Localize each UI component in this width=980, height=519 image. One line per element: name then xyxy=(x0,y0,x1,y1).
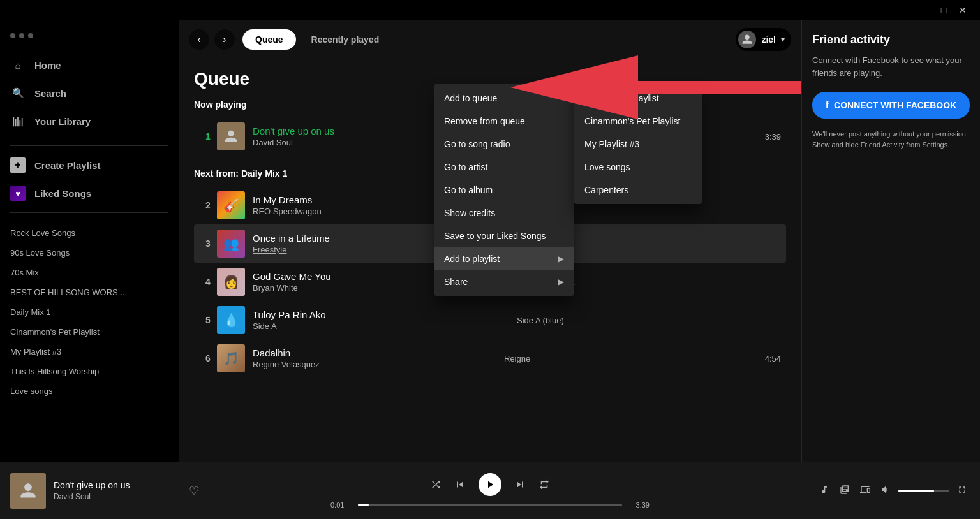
progress-bar[interactable]: 0:01 3:39 xyxy=(330,501,650,509)
nav-arrows: ‹ › xyxy=(189,29,235,50)
track-artist: Side A xyxy=(253,321,507,331)
track-row[interactable]: 6 🎵 Dadalhin Regine Velasquez Reigne 4:5… xyxy=(194,339,786,377)
volume-slider[interactable] xyxy=(898,490,949,492)
track-duration: 4:54 xyxy=(755,354,781,363)
friend-activity-title: Friend activity xyxy=(812,33,970,47)
previous-button[interactable] xyxy=(454,479,466,490)
sidebar-item-home[interactable]: ⌂ Home xyxy=(0,51,179,79)
queue-button[interactable] xyxy=(837,482,852,500)
next-button[interactable] xyxy=(514,479,526,490)
context-share[interactable]: Share ▶ xyxy=(434,270,574,293)
track-name: Tuloy Pa Rin Ako xyxy=(253,309,507,320)
track-thumb xyxy=(217,122,245,150)
sidebar-item-library-label: Your Library xyxy=(34,116,91,127)
connect-facebook-label: CONNECT WITH FACEBOOK xyxy=(834,100,956,110)
minimize-button[interactable]: — xyxy=(915,3,934,17)
home-icon: ⌂ xyxy=(10,57,26,73)
topbar-right: ziel ▾ xyxy=(736,28,791,51)
artist-link[interactable]: Freestyle xyxy=(253,245,286,254)
progress-fill xyxy=(358,504,369,506)
create-playlist-label: Create Playlist xyxy=(34,160,100,171)
titlebar: — □ ✕ xyxy=(0,0,980,20)
sub-carpenters[interactable]: Carpenters xyxy=(574,179,702,201)
sidebar-library-item[interactable]: Rock Love Songs xyxy=(0,223,179,243)
search-icon: 🔍 xyxy=(10,85,26,101)
volume-button[interactable] xyxy=(878,482,893,500)
sidebar-library-item[interactable]: Cinammon's Pet Playlist xyxy=(0,322,179,342)
current-time: 0:01 xyxy=(330,501,353,509)
sub-love-songs[interactable]: Love songs xyxy=(574,156,702,179)
library-icon xyxy=(10,113,26,129)
sidebar-item-home-label: Home xyxy=(34,60,61,71)
friend-activity-panel: Friend activity Connect with Facebook to… xyxy=(801,20,980,462)
forward-button[interactable]: › xyxy=(214,29,235,50)
like-button[interactable]: ♡ xyxy=(186,481,202,501)
user-avatar xyxy=(738,31,756,48)
context-go-to-album[interactable]: Go to album xyxy=(434,179,574,201)
progress-track[interactable] xyxy=(358,504,622,506)
lyrics-button[interactable] xyxy=(817,482,832,500)
sub-cinammon-pet[interactable]: Cinammon's Pet Playlist xyxy=(574,110,702,133)
track-thumb: 👩 xyxy=(217,268,245,296)
track-duration: 3:39 xyxy=(755,132,781,142)
track-thumb: 👥 xyxy=(217,230,245,258)
tab-bar: Queue Recently played xyxy=(242,29,392,50)
track-artist: Regine Velasquez xyxy=(253,360,494,369)
facebook-icon: f xyxy=(826,99,829,111)
player-center: 0:01 3:39 xyxy=(202,473,778,509)
sidebar-library-item[interactable]: 70s Mix xyxy=(0,263,179,282)
context-save-to-liked[interactable]: Save to your Liked Songs xyxy=(434,224,574,247)
close-button[interactable]: ✕ xyxy=(953,3,972,17)
player-controls xyxy=(430,473,550,496)
player-artist: David Soul xyxy=(54,492,179,501)
player-track-info: Don't give up on us David Soul xyxy=(54,480,179,501)
share-arrow-icon: ▶ xyxy=(558,277,564,286)
context-menu: Add to queue Remove from queue Go to son… xyxy=(434,84,574,296)
sidebar-library-item[interactable]: Daily Mix 1 xyxy=(0,302,179,322)
fullscreen-button[interactable] xyxy=(954,482,970,500)
sub-add-new-playlist[interactable]: Add to new playlist xyxy=(574,87,702,110)
volume-fill xyxy=(898,490,934,492)
maximize-button[interactable]: □ xyxy=(934,3,953,17)
player-track-name: Don't give up on us xyxy=(54,480,179,490)
track-info: Dadalhin Regine Velasquez xyxy=(253,347,494,369)
sidebar-library-item[interactable]: Love songs xyxy=(0,381,179,401)
context-add-to-queue[interactable]: Add to queue xyxy=(434,87,574,110)
context-go-to-song-radio[interactable]: Go to song radio xyxy=(434,133,574,156)
sidebar-liked-songs[interactable]: ♥ Liked Songs xyxy=(0,179,179,207)
sidebar-create-playlist[interactable]: + Create Playlist xyxy=(0,151,179,179)
track-num: 2 xyxy=(199,200,217,210)
topbar: ‹ › Queue Recently played ziel ▾ xyxy=(179,20,801,59)
tab-recently-played[interactable]: Recently played xyxy=(299,29,392,50)
sidebar-item-library[interactable]: Your Library xyxy=(0,107,179,135)
context-remove-from-queue[interactable]: Remove from queue xyxy=(434,110,574,133)
track-num: 5 xyxy=(199,315,217,325)
player-right xyxy=(778,482,970,500)
tab-queue[interactable]: Queue xyxy=(242,29,296,50)
app-body: ⌂ Home 🔍 Search Your Library + Create Pl… xyxy=(0,20,980,462)
create-playlist-icon: + xyxy=(10,157,26,173)
connect-facebook-button[interactable]: f CONNECT WITH FACEBOOK xyxy=(812,92,970,119)
total-time: 3:39 xyxy=(627,501,650,509)
track-row[interactable]: 5 💧 Tuloy Pa Rin Ako Side A Side A (blue… xyxy=(194,301,786,339)
context-add-to-playlist[interactable]: Add to playlist ▶ xyxy=(434,247,574,270)
shuffle-button[interactable] xyxy=(430,479,442,490)
back-button[interactable]: ‹ xyxy=(189,29,209,50)
sub-my-playlist-3[interactable]: My Playlist #3 xyxy=(574,133,702,156)
track-thumb: 🎸 xyxy=(217,191,245,219)
sub-context-menu: Add to new playlist Cinammon's Pet Playl… xyxy=(574,84,702,204)
sidebar-library-item[interactable]: My Playlist #3 xyxy=(0,342,179,362)
sidebar-library-item[interactable]: 90s Love Songs xyxy=(0,243,179,263)
context-show-credits[interactable]: Show credits xyxy=(434,201,574,224)
sidebar-library-item[interactable]: BEST OF HILLSONG WORS... xyxy=(0,282,179,302)
repeat-button[interactable] xyxy=(538,479,550,490)
chevron-down-icon: ▾ xyxy=(781,35,785,44)
play-pause-button[interactable] xyxy=(479,473,501,496)
context-go-to-artist[interactable]: Go to artist xyxy=(434,156,574,179)
track-num: 3 xyxy=(199,238,217,249)
submenu-arrow-icon: ▶ xyxy=(558,254,564,263)
sidebar-item-search[interactable]: 🔍 Search xyxy=(0,79,179,107)
sidebar-library-item[interactable]: This Is Hillsong Worship xyxy=(0,362,179,381)
devices-button[interactable] xyxy=(858,482,873,500)
user-menu-button[interactable]: ziel ▾ xyxy=(736,28,791,51)
